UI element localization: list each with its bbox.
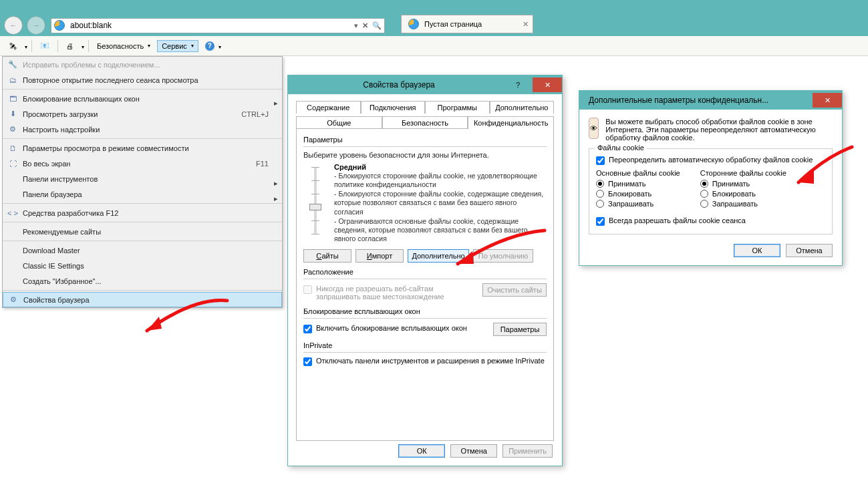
cookies-legend: Файлы cookie xyxy=(595,144,647,152)
apply-button: Применить xyxy=(502,444,553,458)
tabs-row-1: СодержаниеПодключенияПрограммыДополнител… xyxy=(296,101,554,114)
feeds-drop[interactable] xyxy=(23,42,27,50)
tab-Конфиденциальность[interactable]: Конфиденциальность xyxy=(468,116,554,129)
url-input[interactable] xyxy=(67,19,351,31)
help-button[interactable]: ? xyxy=(201,40,225,52)
tab-Дополнительно[interactable]: Дополнительно xyxy=(490,101,555,114)
menu-label: Во весь экран xyxy=(23,160,256,168)
menu-item[interactable]: ⚙Свойства браузера xyxy=(3,292,282,307)
menu-item[interactable]: Download Master xyxy=(3,242,282,258)
forward-button[interactable]: → xyxy=(27,16,45,35)
security-menu[interactable]: Безопасность xyxy=(93,41,154,51)
privacy-bullet: - Блокируются сторонние файлы cookie, со… xyxy=(334,190,547,216)
privacy-level: Средний xyxy=(334,163,366,171)
adv-intro-text: Вы можете выбрать способ обработки файло… xyxy=(605,118,833,142)
menu-item[interactable]: Создать "Избранное"... xyxy=(3,273,282,289)
default-button: По умолчанию xyxy=(473,249,533,263)
menu-label: Создать "Избранное"... xyxy=(23,277,278,285)
menu-label: Панели инструментов xyxy=(23,175,278,183)
menu-item[interactable]: 🗔Блокирование всплывающих окон xyxy=(3,91,282,106)
never-allow-location-checkbox[interactable]: Никогда не разрешать веб-сайтам запрашив… xyxy=(303,285,478,301)
menu-item[interactable]: Панели браузера xyxy=(3,186,282,202)
feeds-icon[interactable]: 🛰 xyxy=(5,41,21,51)
dropdown-icon[interactable]: ▾ xyxy=(354,21,358,30)
back-button[interactable]: ← xyxy=(4,16,23,35)
wrench-icon: 🔧 xyxy=(7,59,19,70)
tab-title: Пустая страница xyxy=(424,20,482,28)
menu-item[interactable]: Classic IE Settings xyxy=(3,258,282,273)
import-button[interactable]: Импорт xyxy=(355,249,404,263)
menu-item[interactable]: ⛶Во весь экранF11 xyxy=(3,156,282,171)
advanced-privacy-dialog: Дополнительные параметры конфиденциальн.… xyxy=(579,90,843,266)
dialog-titlebar[interactable]: Свойства браузера ? ✕ xyxy=(288,75,562,94)
adv-titlebar[interactable]: Дополнительные параметры конфиденциальн.… xyxy=(579,91,842,110)
popup-blocker-checkbox[interactable]: Включить блокирование всплывающих окон xyxy=(303,324,489,333)
menu-item[interactable]: 🗂Повторное открытие последнего сеанса пр… xyxy=(3,72,282,88)
read-mail-icon[interactable]: 📧 xyxy=(36,40,53,51)
menu-shortcut: CTRL+J xyxy=(241,110,269,118)
first-party-heading: Основные файлы cookie xyxy=(596,169,680,177)
adv-cancel-button[interactable]: Отмена xyxy=(786,244,833,257)
override-checkbox-input[interactable] xyxy=(596,156,605,165)
group-parameters: Параметры xyxy=(303,136,547,144)
sites-button[interactable]: Сайты xyxy=(303,249,351,263)
group-popup: Блокирование всплывающих окон xyxy=(303,307,547,315)
inprivate-checkbox[interactable]: Отключать панели инструментов и расширен… xyxy=(303,357,547,366)
privacy-bullet: - Ограничиваются основные файлы cookie, … xyxy=(334,217,547,243)
popup-checkbox-input[interactable] xyxy=(303,325,312,333)
blank-icon xyxy=(7,245,19,256)
session-checkbox-input[interactable] xyxy=(596,217,605,226)
cookies-fieldset: Файлы cookie Переопределить автоматическ… xyxy=(589,148,833,234)
menu-label: Свойства браузера xyxy=(23,296,277,304)
tp-accept-radio[interactable]: Принимать xyxy=(700,180,786,188)
popup-settings-button[interactable]: Параметры xyxy=(493,323,547,336)
menu-label: Настроить надстройки xyxy=(23,126,278,134)
menu-label: Download Master xyxy=(23,247,278,255)
blank-icon xyxy=(7,189,19,200)
tp-block-radio[interactable]: Блокировать xyxy=(700,190,786,198)
fp-accept-radio[interactable]: Принимать xyxy=(596,180,680,188)
menu-item[interactable]: Рекомендуемые сайты xyxy=(3,224,282,239)
ok-button[interactable]: ОК xyxy=(398,444,445,458)
menu-item[interactable]: 🗋Параметры просмотра в режиме совместимо… xyxy=(3,140,282,156)
cancel-button[interactable]: Отмена xyxy=(450,444,497,458)
close-tab-icon[interactable]: ✕ xyxy=(523,20,529,29)
menu-item[interactable]: < >Средства разработчика F12 xyxy=(3,205,282,220)
inprivate-checkbox-input[interactable] xyxy=(303,357,312,366)
session-cookies-checkbox[interactable]: Всегда разрешать файлы cookie сеанса xyxy=(596,216,825,226)
tab-Общие[interactable]: Общие xyxy=(296,116,382,129)
menu-item[interactable]: ⬇Просмотреть загрузкиCTRL+J xyxy=(3,106,282,122)
adv-close-button[interactable]: ✕ xyxy=(813,93,842,108)
menu-label: Средства разработчика F12 xyxy=(23,209,278,217)
ie-icon xyxy=(408,19,419,29)
menu-label: Просмотреть загрузки xyxy=(23,110,241,118)
menu-item[interactable]: Панели инструментов xyxy=(3,171,282,186)
blank-icon xyxy=(7,174,19,184)
tp-ask-radio[interactable]: Запрашивать xyxy=(700,200,786,208)
browser-chrome: ← → ▾ ✕ 🔍 Пустая страница ✕ xyxy=(0,0,868,36)
download-icon: ⬇ xyxy=(7,109,19,120)
fp-block-radio[interactable]: Блокировать xyxy=(596,190,680,198)
tab-Содержание[interactable]: Содержание xyxy=(296,101,361,114)
search-icon[interactable]: 🔍 xyxy=(372,21,382,30)
print-icon[interactable]: 🖨 xyxy=(62,41,78,51)
override-auto-checkbox[interactable]: Переопределить автоматическую обработку … xyxy=(596,156,825,165)
tab-Подключения[interactable]: Подключения xyxy=(361,101,426,114)
address-bar[interactable]: ▾ ✕ 🔍 xyxy=(51,18,385,33)
tab-Программы[interactable]: Программы xyxy=(425,101,490,114)
advanced-button[interactable]: Дополнительно xyxy=(408,249,469,263)
fp-ask-radio[interactable]: Запрашивать xyxy=(596,200,680,208)
close-dialog-button[interactable]: ✕ xyxy=(533,77,562,92)
addons-icon: ⚙ xyxy=(7,124,19,135)
privacy-level-slider[interactable] xyxy=(303,163,327,238)
print-drop[interactable] xyxy=(80,42,84,50)
adv-ok-button[interactable]: ОК xyxy=(734,244,780,257)
stop-icon[interactable]: ✕ xyxy=(362,21,368,30)
menu-item[interactable]: ⚙Настроить надстройки xyxy=(3,122,282,137)
adv-title: Дополнительные параметры конфиденциальн.… xyxy=(586,96,813,105)
help-titlebar-button[interactable]: ? xyxy=(503,77,533,92)
group-location: Расположение xyxy=(303,268,547,276)
browser-tab[interactable]: Пустая страница ✕ xyxy=(401,15,533,33)
tools-menu[interactable]: Сервис xyxy=(157,40,198,52)
tab-Безопасность[interactable]: Безопасность xyxy=(382,116,468,129)
